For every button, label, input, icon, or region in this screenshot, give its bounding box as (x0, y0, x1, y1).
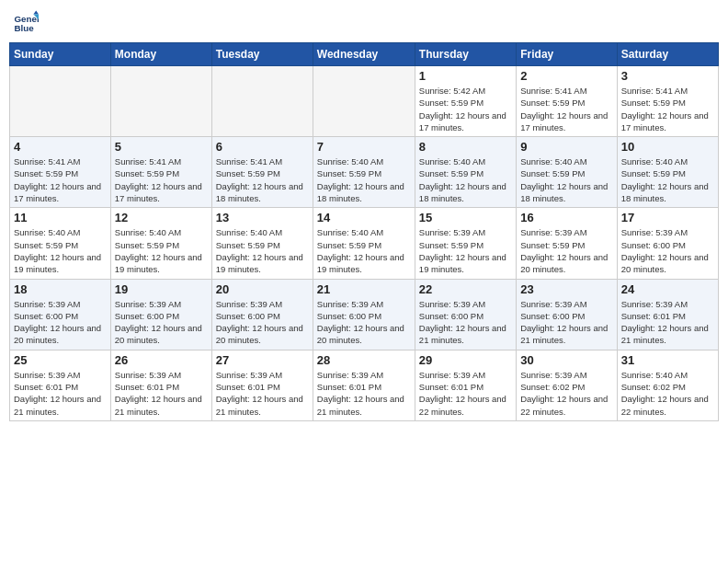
day-number: 24 (621, 282, 714, 296)
day-info: Sunrise: 5:40 AMSunset: 5:59 PMDaylight:… (621, 155, 714, 204)
calendar-day-cell: 17Sunrise: 5:39 AMSunset: 6:00 PMDayligh… (617, 208, 718, 279)
calendar-day-cell: 30Sunrise: 5:39 AMSunset: 6:02 PMDayligh… (517, 350, 617, 420)
day-number: 28 (317, 353, 411, 367)
logo-icon: General Blue (13, 9, 39, 35)
day-number: 12 (115, 211, 208, 224)
day-info: Sunrise: 5:40 AMSunset: 5:59 PMDaylight:… (115, 226, 208, 275)
weekday-header-cell: Monday (110, 43, 211, 66)
day-info: Sunrise: 5:39 AMSunset: 6:01 PMDaylight:… (317, 369, 411, 418)
day-number: 13 (216, 211, 309, 224)
day-number: 3 (621, 69, 714, 83)
day-number: 5 (115, 140, 208, 154)
weekday-header-cell: Wednesday (313, 43, 415, 66)
calendar-week-row: 11Sunrise: 5:40 AMSunset: 5:59 PMDayligh… (10, 208, 719, 279)
weekday-header-row: SundayMondayTuesdayWednesdayThursdayFrid… (10, 43, 719, 66)
weekday-header-cell: Sunday (10, 43, 111, 66)
calendar-day-cell: 25Sunrise: 5:39 AMSunset: 6:01 PMDayligh… (10, 350, 111, 420)
day-number: 22 (419, 282, 512, 296)
calendar-day-cell: 3Sunrise: 5:41 AMSunset: 5:59 PMDaylight… (617, 66, 718, 137)
weekday-header-cell: Tuesday (211, 43, 313, 66)
day-number: 7 (317, 140, 411, 154)
day-info: Sunrise: 5:39 AMSunset: 6:01 PMDaylight:… (216, 369, 309, 418)
day-number: 17 (621, 211, 714, 224)
calendar-day-cell: 5Sunrise: 5:41 AMSunset: 5:59 PMDaylight… (110, 137, 211, 208)
calendar-day-cell: 26Sunrise: 5:39 AMSunset: 6:01 PMDayligh… (110, 350, 211, 420)
day-number: 8 (419, 140, 512, 154)
day-number: 31 (621, 353, 714, 367)
svg-marker-2 (33, 10, 39, 14)
calendar-day-cell: 28Sunrise: 5:39 AMSunset: 6:01 PMDayligh… (313, 350, 415, 420)
day-info: Sunrise: 5:41 AMSunset: 5:59 PMDaylight:… (520, 85, 612, 133)
calendar-day-cell: 29Sunrise: 5:39 AMSunset: 6:01 PMDayligh… (415, 350, 516, 420)
calendar-day-cell: 7Sunrise: 5:40 AMSunset: 5:59 PMDaylight… (313, 137, 415, 208)
day-info: Sunrise: 5:39 AMSunset: 6:00 PMDaylight:… (520, 298, 612, 347)
day-info: Sunrise: 5:39 AMSunset: 6:01 PMDaylight:… (14, 369, 107, 418)
calendar-day-cell: 9Sunrise: 5:40 AMSunset: 5:59 PMDaylight… (517, 137, 617, 208)
day-info: Sunrise: 5:42 AMSunset: 5:59 PMDaylight:… (419, 85, 512, 133)
day-info: Sunrise: 5:41 AMSunset: 5:59 PMDaylight:… (115, 155, 208, 204)
day-info: Sunrise: 5:41 AMSunset: 5:59 PMDaylight:… (621, 85, 714, 133)
calendar-day-cell: 15Sunrise: 5:39 AMSunset: 5:59 PMDayligh… (415, 208, 516, 279)
calendar-day-cell: 13Sunrise: 5:40 AMSunset: 5:59 PMDayligh… (211, 208, 313, 279)
day-info: Sunrise: 5:40 AMSunset: 5:59 PMDaylight:… (216, 226, 309, 275)
day-number: 16 (520, 211, 612, 224)
day-number: 9 (520, 140, 612, 154)
calendar-day-cell: 18Sunrise: 5:39 AMSunset: 6:00 PMDayligh… (10, 279, 111, 350)
calendar-table: SundayMondayTuesdayWednesdayThursdayFrid… (9, 42, 719, 421)
calendar-day-cell: 19Sunrise: 5:39 AMSunset: 6:00 PMDayligh… (110, 279, 211, 350)
calendar-day-cell (313, 66, 415, 137)
day-number: 29 (419, 353, 512, 367)
weekday-header-cell: Thursday (415, 43, 516, 66)
day-info: Sunrise: 5:39 AMSunset: 6:01 PMDaylight:… (115, 369, 208, 418)
day-number: 18 (14, 282, 107, 296)
svg-text:Blue: Blue (14, 23, 34, 33)
day-info: Sunrise: 5:39 AMSunset: 6:01 PMDaylight:… (621, 298, 714, 347)
calendar-week-row: 4Sunrise: 5:41 AMSunset: 5:59 PMDaylight… (10, 137, 719, 208)
day-number: 11 (14, 211, 107, 224)
calendar-day-cell: 23Sunrise: 5:39 AMSunset: 6:00 PMDayligh… (517, 279, 617, 350)
calendar-week-row: 1Sunrise: 5:42 AMSunset: 5:59 PMDaylight… (10, 66, 719, 137)
calendar-day-cell: 10Sunrise: 5:40 AMSunset: 5:59 PMDayligh… (617, 137, 718, 208)
calendar-day-cell: 12Sunrise: 5:40 AMSunset: 5:59 PMDayligh… (110, 208, 211, 279)
calendar-day-cell: 24Sunrise: 5:39 AMSunset: 6:01 PMDayligh… (617, 279, 718, 350)
day-number: 14 (317, 211, 411, 224)
day-number: 27 (216, 353, 309, 367)
day-info: Sunrise: 5:40 AMSunset: 5:59 PMDaylight:… (317, 226, 411, 275)
day-info: Sunrise: 5:41 AMSunset: 5:59 PMDaylight:… (216, 155, 309, 204)
calendar-day-cell (110, 66, 211, 137)
calendar-day-cell: 16Sunrise: 5:39 AMSunset: 5:59 PMDayligh… (517, 208, 617, 279)
day-info: Sunrise: 5:39 AMSunset: 6:02 PMDaylight:… (520, 369, 612, 418)
day-number: 26 (115, 353, 208, 367)
day-number: 21 (317, 282, 411, 296)
day-info: Sunrise: 5:40 AMSunset: 5:59 PMDaylight:… (419, 155, 512, 204)
calendar-week-row: 18Sunrise: 5:39 AMSunset: 6:00 PMDayligh… (10, 279, 719, 350)
calendar-week-row: 25Sunrise: 5:39 AMSunset: 6:01 PMDayligh… (10, 350, 719, 420)
calendar-day-cell: 31Sunrise: 5:40 AMSunset: 6:02 PMDayligh… (617, 350, 718, 420)
day-info: Sunrise: 5:40 AMSunset: 5:59 PMDaylight:… (317, 155, 411, 204)
calendar-day-cell: 1Sunrise: 5:42 AMSunset: 5:59 PMDaylight… (415, 66, 516, 137)
day-number: 23 (520, 282, 612, 296)
calendar-day-cell: 8Sunrise: 5:40 AMSunset: 5:59 PMDaylight… (415, 137, 516, 208)
day-number: 6 (216, 140, 309, 154)
calendar-day-cell: 11Sunrise: 5:40 AMSunset: 5:59 PMDayligh… (10, 208, 111, 279)
day-info: Sunrise: 5:39 AMSunset: 6:00 PMDaylight:… (14, 298, 107, 347)
day-number: 1 (419, 69, 512, 83)
day-info: Sunrise: 5:39 AMSunset: 6:00 PMDaylight:… (115, 298, 208, 347)
calendar-day-cell: 22Sunrise: 5:39 AMSunset: 6:00 PMDayligh… (415, 279, 516, 350)
day-number: 4 (14, 140, 107, 154)
day-info: Sunrise: 5:39 AMSunset: 5:59 PMDaylight:… (419, 226, 512, 275)
calendar-body: 1Sunrise: 5:42 AMSunset: 5:59 PMDaylight… (10, 66, 719, 421)
day-info: Sunrise: 5:39 AMSunset: 6:00 PMDaylight:… (216, 298, 309, 347)
day-number: 15 (419, 211, 512, 224)
day-info: Sunrise: 5:41 AMSunset: 5:59 PMDaylight:… (14, 155, 107, 204)
day-info: Sunrise: 5:40 AMSunset: 5:59 PMDaylight:… (520, 155, 612, 204)
calendar-day-cell (10, 66, 111, 137)
day-number: 30 (520, 353, 612, 367)
calendar-day-cell: 6Sunrise: 5:41 AMSunset: 5:59 PMDaylight… (211, 137, 313, 208)
day-number: 2 (520, 69, 612, 83)
weekday-header-cell: Friday (517, 43, 617, 66)
day-info: Sunrise: 5:39 AMSunset: 6:00 PMDaylight:… (621, 226, 714, 275)
weekday-header-cell: Saturday (617, 43, 718, 66)
day-info: Sunrise: 5:39 AMSunset: 6:00 PMDaylight:… (419, 298, 512, 347)
day-info: Sunrise: 5:39 AMSunset: 6:01 PMDaylight:… (419, 369, 512, 418)
